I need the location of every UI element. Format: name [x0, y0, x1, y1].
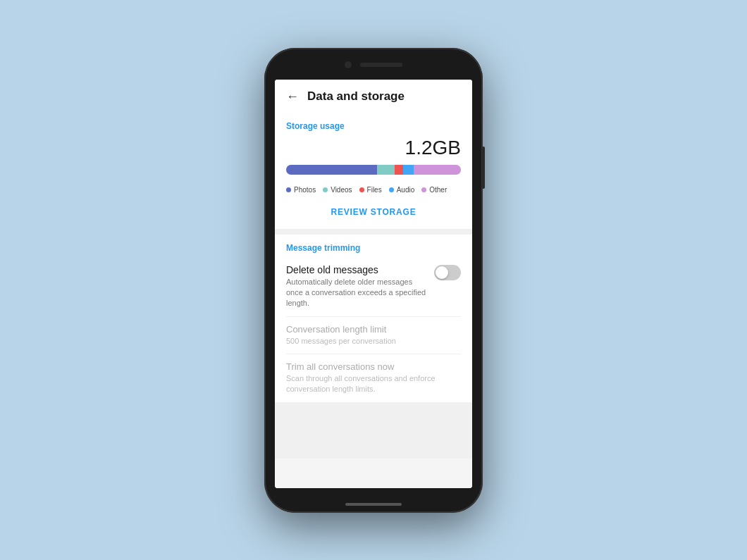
conversation-length-row: Conversation length limit 500 messages p… — [275, 317, 472, 354]
legend-photos: Photos — [286, 186, 316, 194]
app-header: ← Data and storage — [275, 80, 472, 113]
storage-bar-container — [275, 165, 472, 182]
trim-all-text: Trim all conversations now Scan through … — [286, 361, 461, 395]
trim-all-title: Trim all conversations now — [286, 361, 461, 372]
delete-old-subtitle: Automatically delete older messages once… — [286, 277, 428, 309]
legend-dot-videos — [323, 187, 328, 192]
legend-label-audio: Audio — [397, 186, 415, 194]
back-button[interactable]: ← — [286, 89, 299, 104]
conversation-length-subtitle: 500 messages per conversation — [286, 336, 461, 347]
bar-other — [414, 165, 461, 175]
delete-old-messages-row: Delete old messages Automatically delete… — [275, 257, 472, 316]
storage-section-label: Storage usage — [275, 113, 472, 137]
conversation-length-title: Conversation length limit — [286, 324, 461, 335]
bottom-gray-area — [275, 402, 472, 459]
phone-device: ← Data and storage Storage usage 1.2GB — [264, 48, 483, 513]
legend-videos: Videos — [323, 186, 352, 194]
review-storage-button[interactable]: REVIEW STORAGE — [331, 207, 416, 217]
phone-screen: ← Data and storage Storage usage 1.2GB — [275, 80, 472, 488]
bar-audio — [403, 165, 414, 175]
screen-content: ← Data and storage Storage usage 1.2GB — [275, 80, 472, 488]
trim-all-subtitle: Scan through all conversations and enfor… — [286, 373, 461, 395]
legend-label-videos: Videos — [331, 186, 352, 194]
legend-label-photos: Photos — [294, 186, 316, 194]
review-storage-container: REVIEW STORAGE — [275, 202, 472, 229]
legend-dot-other — [421, 187, 426, 192]
storage-legend: Photos Videos Files Audio Other — [275, 182, 472, 202]
trimming-section-label: Message trimming — [275, 235, 472, 257]
legend-other: Other — [421, 186, 447, 194]
legend-label-other: Other — [429, 186, 447, 194]
conversation-length-text: Conversation length limit 500 messages p… — [286, 324, 461, 347]
phone-power-button — [482, 147, 485, 189]
phone-top-bar — [264, 48, 483, 82]
storage-total: 1.2GB — [275, 137, 472, 165]
delete-old-title: Delete old messages — [286, 264, 428, 275]
trim-all-row: Trim all conversations now Scan through … — [275, 354, 472, 402]
bar-videos — [377, 165, 395, 175]
phone-home-indicator — [345, 503, 402, 506]
legend-label-files: Files — [367, 186, 382, 194]
delete-old-text: Delete old messages Automatically delete… — [286, 264, 428, 309]
delete-old-toggle[interactable] — [434, 265, 461, 280]
phone-camera — [345, 61, 352, 68]
page-title: Data and storage — [307, 89, 405, 104]
message-trimming-section: Message trimming Delete old messages Aut… — [275, 235, 472, 402]
phone-speaker — [360, 63, 402, 67]
legend-dot-audio — [389, 187, 394, 192]
section-divider — [275, 229, 472, 235]
legend-files: Files — [359, 186, 382, 194]
toggle-thumb — [436, 266, 448, 279]
legend-dot-files — [359, 187, 364, 192]
legend-dot-photos — [286, 187, 291, 192]
storage-bar — [286, 165, 461, 175]
bar-files — [395, 165, 403, 175]
bar-photos — [286, 165, 377, 175]
legend-audio: Audio — [389, 186, 415, 194]
